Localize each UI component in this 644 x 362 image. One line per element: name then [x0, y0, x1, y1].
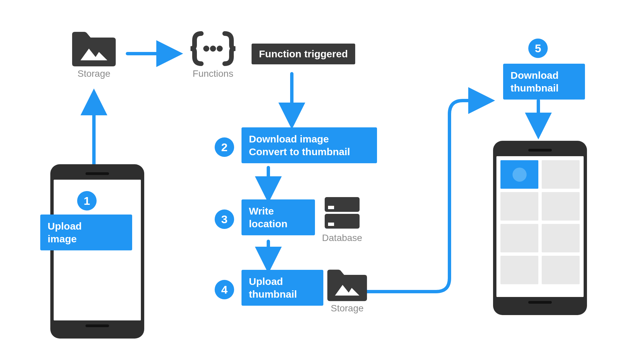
step-2-box: Download image Convert to thumbnail [241, 127, 377, 163]
step-2-line2: Convert to thumbnail [249, 145, 370, 158]
thumbnail-tile [500, 160, 538, 189]
step-3-box: Write location [241, 199, 315, 235]
grid-tile [500, 256, 538, 284]
step-4-badge: 4 [215, 280, 234, 299]
step-1-badge: 1 [77, 191, 97, 210]
svg-rect-13 [328, 223, 334, 226]
folder-image-icon [325, 268, 369, 302]
step-5-line1: Download [511, 70, 558, 81]
grid-tile [542, 192, 580, 221]
step-4-line1: Upload [249, 275, 316, 288]
step-3-line1: Write [249, 205, 308, 218]
thumbnail-grid [496, 156, 584, 288]
step-5-line2: thumbnail [511, 82, 558, 94]
step-2-line1: Download image [249, 133, 370, 145]
grid-tile [542, 160, 580, 189]
functions-label: Functions [188, 68, 238, 79]
storage-top-label: Storage [70, 68, 117, 79]
step-1-label-line2: image [48, 233, 77, 244]
phone-source [50, 164, 144, 339]
step-3-badge: 3 [215, 209, 234, 229]
svg-rect-10 [325, 197, 360, 212]
svg-point-7 [203, 46, 209, 52]
grid-tile [500, 192, 538, 221]
grid-tile [500, 224, 538, 252]
step-3-line2: location [249, 218, 308, 230]
functions-group: Functions [188, 30, 238, 79]
step-4-box: Upload thumbnail [241, 270, 323, 306]
database-label: Database [322, 233, 362, 243]
step-1-box: Upload image [40, 215, 132, 250]
svg-point-8 [210, 46, 216, 52]
storage-bottom-label: Storage [325, 303, 369, 314]
database-group: Database [322, 194, 362, 243]
function-triggered-box: Function triggered [252, 44, 355, 64]
step-5-badge: 5 [528, 39, 548, 58]
svg-rect-11 [328, 206, 334, 209]
grid-tile [542, 256, 580, 284]
svg-rect-12 [325, 214, 360, 229]
functions-icon [188, 30, 238, 67]
step-1-label-line1: Upload [48, 221, 82, 232]
svg-point-9 [217, 46, 223, 52]
storage-bottom-group: Storage [325, 268, 369, 314]
database-icon [322, 194, 362, 231]
phone-target [493, 141, 587, 315]
grid-tile [542, 224, 580, 252]
step-4-line2: thumbnail [249, 288, 316, 301]
diagram-stage: Storage Functions Function triggered 1 U… [0, 0, 644, 362]
folder-image-icon [70, 30, 117, 67]
step-5-box: Download thumbnail [503, 64, 585, 100]
step-2-badge: 2 [215, 137, 234, 157]
storage-top-group: Storage [70, 30, 117, 79]
